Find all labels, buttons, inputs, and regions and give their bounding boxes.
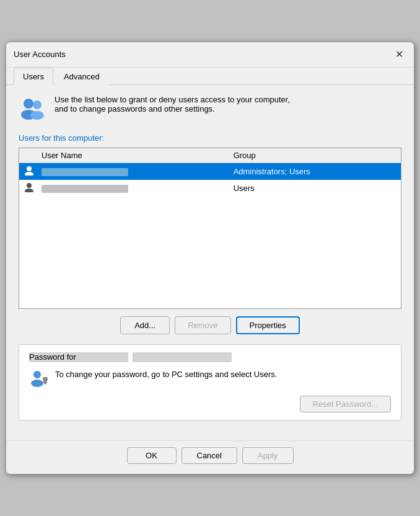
password-section: Password for To change your password, go… <box>19 344 401 421</box>
svg-point-4 <box>27 166 32 171</box>
svg-point-8 <box>33 371 41 378</box>
table-row[interactable]: Administrators; Users <box>19 162 401 180</box>
svg-rect-12 <box>45 382 46 385</box>
svg-point-0 <box>24 99 33 109</box>
dialog-title: User Accounts <box>14 50 66 59</box>
table-row[interactable]: Users <box>19 180 401 197</box>
users-section-title: Users for this computer: <box>19 133 401 143</box>
user-accounts-dialog: User Accounts ✕ Users Advanced Use the l… <box>6 42 414 475</box>
remove-button[interactable]: Remove <box>175 316 230 334</box>
bottom-buttons: OK Cancel Apply <box>6 440 414 474</box>
icon-col-header <box>19 148 37 163</box>
svg-point-6 <box>27 183 32 188</box>
group-cell: Users <box>229 180 401 197</box>
username-col-header: User Name <box>37 148 229 163</box>
users-icon <box>19 95 47 123</box>
svg-point-7 <box>25 189 33 192</box>
tab-advanced[interactable]: Advanced <box>55 68 109 85</box>
apply-button[interactable]: Apply <box>242 447 294 464</box>
action-buttons: Add... Remove Properties <box>19 316 401 334</box>
reset-password-button[interactable]: Reset Password... <box>300 396 392 412</box>
info-text: Use the list below to grant or deny user… <box>55 95 290 113</box>
cancel-button[interactable]: Cancel <box>182 447 237 464</box>
user-table-container: User Name Group <box>19 148 401 309</box>
ok-button[interactable]: OK <box>127 447 177 464</box>
reset-btn-row: Reset Password... <box>29 396 391 412</box>
username-cell <box>37 180 229 197</box>
user-row-icon <box>19 180 37 197</box>
user-row-icon <box>19 162 37 180</box>
user-table-body: Administrators; Users Users <box>19 162 401 197</box>
svg-point-2 <box>33 100 42 109</box>
add-button[interactable]: Add... <box>120 316 170 334</box>
username-cell <box>37 162 229 180</box>
group-cell: Administrators; Users <box>229 162 401 180</box>
group-col-header: Group <box>229 148 401 163</box>
svg-point-3 <box>30 111 44 120</box>
table-header-row: User Name Group <box>19 148 401 163</box>
tab-users[interactable]: Users <box>14 68 53 85</box>
password-message: To change your password, go to PC settin… <box>55 368 277 381</box>
close-button[interactable]: ✕ <box>392 47 406 62</box>
user-table: User Name Group <box>19 148 401 197</box>
tab-bar: Users Advanced <box>6 68 414 85</box>
svg-point-5 <box>25 172 33 176</box>
main-content: Use the list below to grant or deny user… <box>6 85 414 441</box>
password-icon <box>29 368 49 388</box>
title-bar: User Accounts ✕ <box>6 42 414 68</box>
properties-button[interactable]: Properties <box>236 316 300 334</box>
password-label: Password for <box>29 352 391 363</box>
svg-point-9 <box>31 380 43 387</box>
password-info: To change your password, go to PC settin… <box>29 368 391 388</box>
info-box: Use the list below to grant or deny user… <box>19 95 401 123</box>
